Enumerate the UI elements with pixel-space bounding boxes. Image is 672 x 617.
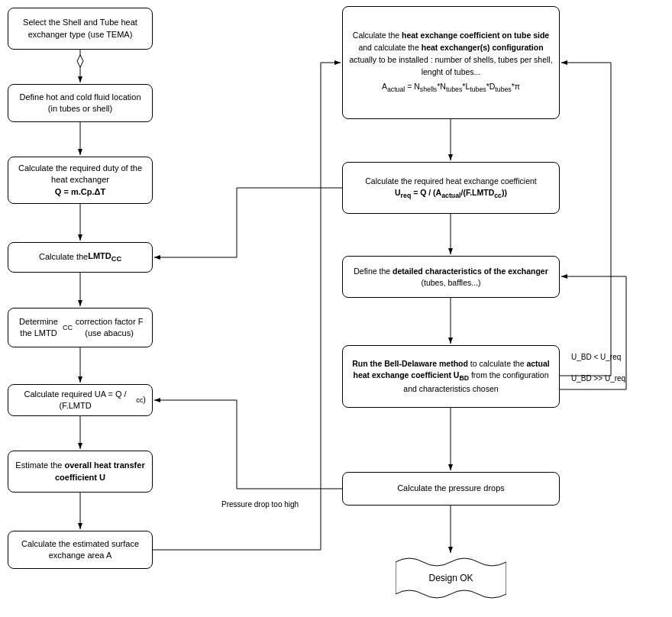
box-fluid-location: Define hot and cold fluid location (in t… — [8, 84, 153, 122]
design-ok-box: Design OK — [396, 554, 506, 602]
rbox-bell-text: Run the Bell-Delaware method to calculat… — [349, 358, 553, 395]
rbox-config-line1: Calculate the heat exchange coefficient … — [349, 30, 553, 78]
box-lmtd: Calculate the LMTDCC — [8, 242, 153, 273]
box-estimate-u-text1: Estimate the overall heat transfer — [15, 460, 144, 471]
box-estimate-u: Estimate the overall heat transfer coeff… — [8, 451, 153, 493]
annotation-pressure-drop: Pressure drop too high — [221, 500, 299, 509]
rbox-heat-exchange-config: Calculate the heat exchange coefficient … — [342, 6, 560, 119]
rbox-pressure-drops: Calculate the pressure drops — [342, 472, 560, 506]
svg-marker-3 — [77, 55, 83, 67]
box-required-duty-formula: Q = m.Cp.ΔT — [55, 186, 105, 198]
box-required-duty-text: Calculate the required duty of the heat … — [15, 163, 146, 186]
rbox-bell-delaware: Run the Bell-Delaware method to calculat… — [342, 345, 560, 408]
annotation-ubd-less: U_BD < U_req — [571, 353, 621, 361]
box-select-tema: Select the Shell and Tube heat exchanger… — [8, 8, 153, 50]
box-lmtd-correction: Determine the LMTDCC correction factor F… — [8, 308, 153, 347]
box-estimate-u-text2: coefficient U — [55, 472, 105, 483]
annotation-ubd-greater: U_BD >> U_req — [571, 374, 625, 383]
rbox-config-formula: Aactual = Nshells*Ntubes*Ltubes*Dtubes*π — [382, 81, 520, 95]
rbox-pressure-drops-text: Calculate the pressure drops — [397, 483, 505, 494]
rbox-detailed-chars: Define the detailed characteristics of t… — [342, 256, 560, 298]
box-required-ua: Calculate required UA = Q / (F.LMTDcc) — [8, 384, 153, 416]
box-required-duty: Calculate the required duty of the heat … — [8, 157, 153, 204]
design-ok-label: Design OK — [428, 573, 473, 583]
box-surface-area: Calculate the estimated surface exchange… — [8, 531, 153, 569]
rbox-ureq: Calculate the required heat exchange coe… — [342, 162, 560, 214]
flowchart-diagram: Select the Shell and Tube heat exchanger… — [0, 0, 672, 617]
rbox-ureq-text: Calculate the required heat exchange coe… — [365, 176, 537, 187]
rbox-ureq-formula: Ureq = Q / (Aactual/(F.LMTDcc)) — [395, 187, 507, 200]
rbox-detailed-chars-text: Define the detailed characteristics of t… — [349, 266, 553, 288]
